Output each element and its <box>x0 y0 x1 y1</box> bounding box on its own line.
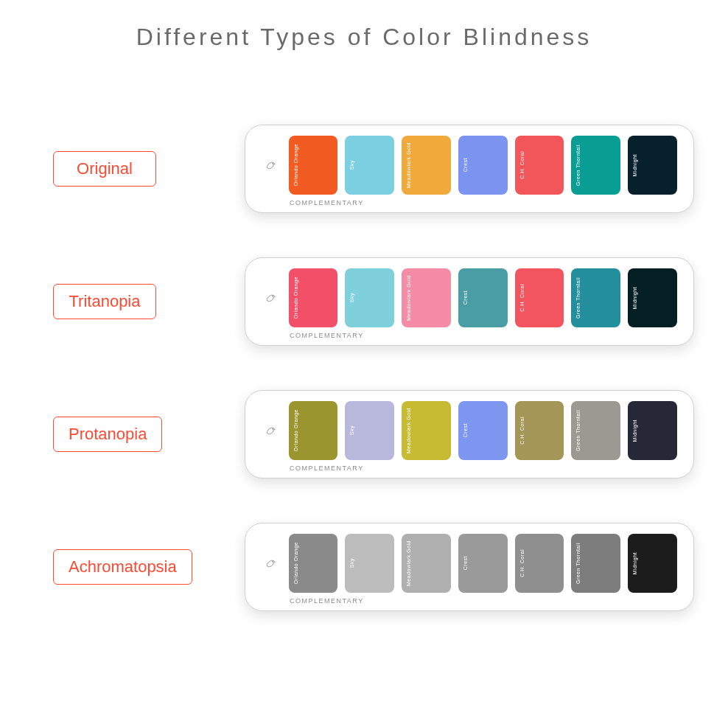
color-swatch: C.H. Coral <box>515 401 564 460</box>
swatch-label: Sky <box>349 558 354 568</box>
swatch-label: Green Thorntail <box>575 410 581 451</box>
color-swatch: Meadowlark Gold <box>402 268 451 327</box>
color-swatch: C.H. Coral <box>515 136 564 195</box>
color-swatch: Crest <box>458 268 508 327</box>
color-swatch: Sky <box>345 136 394 195</box>
type-label: Tritanopia <box>53 284 156 319</box>
bird-icon <box>262 424 281 437</box>
page-title: Different Types of Color Blindness <box>0 24 728 51</box>
palette-rows: OriginalOrlando OrangeSkyMeadowlark Gold… <box>0 125 728 611</box>
color-swatch: Green Thorntail <box>571 136 620 195</box>
swatch-label: Meadowlark Gold <box>406 540 411 586</box>
color-swatch: Green Thorntail <box>571 401 620 460</box>
swatch-label: C.H. Coral <box>519 549 525 577</box>
swatch-label: Green Thorntail <box>575 543 581 584</box>
type-label: Achromatopsia <box>53 549 192 585</box>
swatch-label: Meadowlark Gold <box>406 408 411 453</box>
swatch-label: Crest <box>463 556 468 570</box>
color-swatch: Green Thorntail <box>571 268 620 327</box>
swatch-label: Crest <box>463 423 468 437</box>
color-swatch: C.H. Coral <box>515 534 564 593</box>
swatch-row: Orlando OrangeSkyMeadowlark GoldCrestC.H… <box>262 268 677 327</box>
swatch-label: Meadowlark Gold <box>406 142 411 188</box>
swatch-row: Orlando OrangeSkyMeadowlark GoldCrestC.H… <box>262 401 677 460</box>
swatch-label: Sky <box>349 160 354 170</box>
palette-card: Orlando OrangeSkyMeadowlark GoldCrestC.H… <box>245 257 694 346</box>
svg-point-2 <box>273 428 273 429</box>
color-swatch: Green Thorntail <box>571 534 620 593</box>
type-label: Protanopia <box>53 417 162 452</box>
swatch-label: Orlando Orange <box>293 542 298 584</box>
palette-row: AchromatopsiaOrlando OrangeSkyMeadowlark… <box>53 523 699 611</box>
color-swatch: Crest <box>458 136 508 195</box>
color-swatch: Sky <box>345 268 394 327</box>
color-swatch: Midnight <box>628 534 677 593</box>
color-swatch: Orlando Orange <box>289 401 338 460</box>
svg-point-1 <box>273 296 273 296</box>
swatch-label: Meadowlark Gold <box>406 275 411 321</box>
swatch-label: C.H. Coral <box>519 151 525 179</box>
color-swatch: Orlando Orange <box>289 534 338 593</box>
color-swatch: Midnight <box>628 268 677 327</box>
color-swatch: Midnight <box>628 136 677 195</box>
swatch-row: Orlando OrangeSkyMeadowlark GoldCrestC.H… <box>262 534 677 593</box>
swatch-label: Orlando Orange <box>293 276 298 319</box>
palette-caption: COMPLEMENTARY <box>262 596 677 605</box>
swatch-label: Green Thorntail <box>575 277 581 319</box>
palette-card: Orlando OrangeSkyMeadowlark GoldCrestC.H… <box>245 390 694 478</box>
swatch-row: Orlando OrangeSkyMeadowlark GoldCrestC.H… <box>262 136 677 195</box>
bird-icon <box>262 557 281 570</box>
swatch-label: Crest <box>463 158 468 172</box>
palette-card: Orlando OrangeSkyMeadowlark GoldCrestC.H… <box>245 523 694 611</box>
svg-point-0 <box>273 163 273 164</box>
color-swatch: Midnight <box>628 401 677 460</box>
bird-icon <box>262 291 281 304</box>
color-swatch: Crest <box>458 401 508 460</box>
swatch-label: C.H. Coral <box>519 284 525 312</box>
color-swatch: Meadowlark Gold <box>402 401 451 460</box>
swatch-label: Crest <box>463 290 468 304</box>
palette-caption: COMPLEMENTARY <box>262 198 677 206</box>
palette-caption: COMPLEMENTARY <box>262 330 677 339</box>
palette-row: ProtanopiaOrlando OrangeSkyMeadowlark Go… <box>53 390 699 478</box>
color-swatch: C.H. Coral <box>515 268 564 327</box>
palette-card: Orlando OrangeSkyMeadowlark GoldCrestC.H… <box>245 125 694 213</box>
color-swatch: Meadowlark Gold <box>402 136 451 195</box>
swatch-label: Green Thorntail <box>575 145 581 186</box>
palette-caption: COMPLEMENTARY <box>262 463 677 472</box>
color-swatch: Orlando Orange <box>289 268 338 327</box>
swatch-label: Midnight <box>632 552 637 574</box>
type-label: Original <box>53 151 156 187</box>
swatch-label: Midnight <box>632 287 637 309</box>
swatch-label: Sky <box>349 425 354 435</box>
swatch-label: Orlando Orange <box>293 144 298 186</box>
bird-icon <box>262 159 281 172</box>
color-swatch: Orlando Orange <box>289 136 338 195</box>
color-swatch: Crest <box>458 534 508 593</box>
color-swatch: Sky <box>345 534 394 593</box>
svg-point-3 <box>273 561 273 562</box>
swatch-label: Midnight <box>632 420 637 442</box>
swatch-label: Orlando Orange <box>293 409 298 451</box>
palette-row: OriginalOrlando OrangeSkyMeadowlark Gold… <box>53 125 699 213</box>
palette-row: TritanopiaOrlando OrangeSkyMeadowlark Go… <box>53 257 699 346</box>
swatch-label: Sky <box>349 293 354 302</box>
swatch-label: Midnight <box>632 154 637 176</box>
color-swatch: Sky <box>345 401 394 460</box>
color-swatch: Meadowlark Gold <box>402 534 451 593</box>
swatch-label: C.H. Coral <box>519 417 525 445</box>
